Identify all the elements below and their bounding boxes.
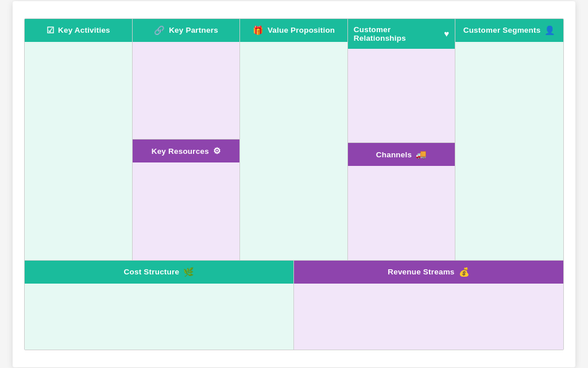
value-proposition-cell: 🎁 Value Proposition bbox=[240, 19, 348, 261]
key-activities-label: Key Activities bbox=[58, 26, 110, 34]
truck-icon: 🚚 bbox=[416, 149, 427, 160]
value-proposition-header: 🎁 Value Proposition bbox=[240, 19, 347, 42]
customer-relationships-cell: Customer Relationships ♥ Channels 🚚 bbox=[348, 19, 456, 261]
key-activities-header: ☑ Key Activities bbox=[25, 19, 132, 42]
check-icon: ☑ bbox=[47, 25, 54, 36]
cost-structure-header: Cost Structure 🌿 bbox=[25, 261, 293, 284]
customer-relationships-label: Customer Relationships bbox=[354, 25, 440, 42]
revenue-streams-cell: Revenue Streams 💰 bbox=[294, 261, 563, 350]
revenue-streams-header: Revenue Streams 💰 bbox=[294, 261, 563, 284]
leaf-icon: 🌿 bbox=[183, 267, 194, 277]
channels-label: Channels bbox=[376, 150, 412, 159]
key-resources-header: Key Resources ⚙ bbox=[133, 139, 240, 162]
value-proposition-body[interactable] bbox=[240, 42, 347, 260]
link-icon: 🔗 bbox=[154, 25, 165, 36]
cost-structure-label: Cost Structure bbox=[124, 268, 180, 276]
customer-relationships-body-bottom[interactable] bbox=[348, 166, 455, 260]
key-activities-body[interactable] bbox=[25, 42, 132, 260]
customer-segments-cell: Customer Segments 👤 bbox=[455, 19, 563, 261]
channels-header: Channels 🚚 bbox=[348, 142, 455, 166]
customer-segments-header: Customer Segments 👤 bbox=[455, 19, 563, 42]
cost-structure-body[interactable] bbox=[25, 284, 293, 350]
key-resources-label: Key Resources bbox=[152, 147, 209, 156]
key-partners-body-top[interactable] bbox=[133, 42, 240, 140]
customer-segments-body[interactable] bbox=[455, 42, 563, 260]
customer-relationships-header: Customer Relationships ♥ bbox=[348, 19, 455, 49]
value-proposition-label: Value Proposition bbox=[268, 26, 335, 34]
key-partners-body-bottom[interactable] bbox=[133, 162, 240, 260]
key-partners-label: Key Partners bbox=[169, 26, 218, 34]
gear-icon: ⚙ bbox=[213, 146, 220, 156]
money-icon: 💰 bbox=[459, 267, 470, 277]
revenue-streams-body[interactable] bbox=[294, 284, 563, 350]
cost-structure-cell: Cost Structure 🌿 bbox=[25, 261, 294, 350]
customer-relationships-body-top[interactable] bbox=[348, 49, 455, 143]
gift-icon: 🎁 bbox=[253, 25, 264, 36]
key-partners-cell: 🔗 Key Partners Key Resources ⚙ bbox=[133, 19, 241, 261]
bottom-row: Cost Structure 🌿 Revenue Streams 💰 bbox=[25, 261, 563, 350]
person-icon: 👤 bbox=[544, 25, 555, 36]
main-row: ☑ Key Activities 🔗 Key Partners Key Reso… bbox=[25, 19, 563, 261]
key-partners-header: 🔗 Key Partners bbox=[133, 19, 240, 42]
revenue-streams-label: Revenue Streams bbox=[388, 268, 454, 276]
heart-icon: ♥ bbox=[444, 29, 449, 38]
canvas-wrapper: ☑ Key Activities 🔗 Key Partners Key Reso… bbox=[13, 1, 575, 367]
customer-segments-label: Customer Segments bbox=[463, 26, 541, 34]
key-activities-cell: ☑ Key Activities bbox=[25, 19, 133, 261]
business-model-canvas: ☑ Key Activities 🔗 Key Partners Key Reso… bbox=[24, 18, 564, 350]
